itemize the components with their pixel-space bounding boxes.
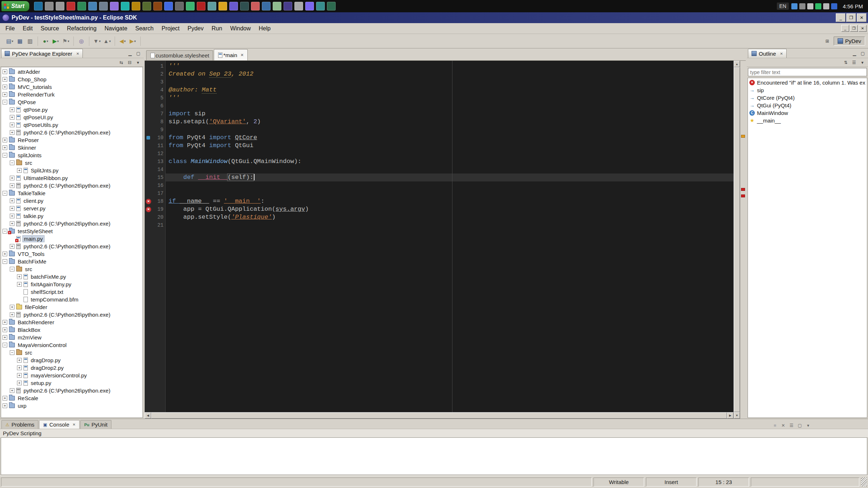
tree-item[interactable]: +python2.6 (C:\Python26\python.exe) [1, 129, 142, 136]
tree-item[interactable]: +MVC_tutorials [1, 83, 142, 91]
taskbar-app-icon[interactable] [175, 2, 184, 10]
expander-icon[interactable]: + [3, 69, 7, 74]
tray-icon[interactable] [791, 3, 797, 9]
tree-item[interactable]: −testStyleSheet [1, 227, 142, 235]
horizontal-scrollbar[interactable]: ◀ ▶ [145, 412, 733, 419]
tree-item[interactable]: +python2.6 (C:\Python26\python.exe) [1, 220, 142, 227]
expander-icon[interactable]: − [3, 153, 7, 158]
perspective-pydev-button[interactable]: PyDev [834, 37, 865, 46]
outline-item[interactable]: ✕Encountered "if" at line 16, column 1. … [748, 79, 867, 86]
expander-icon[interactable]: − [3, 229, 7, 234]
taskbar-app-icon[interactable] [132, 2, 140, 10]
outline-item[interactable]: CMainWindow [748, 109, 867, 117]
expander-icon[interactable]: + [3, 403, 7, 408]
menu-refactoring[interactable]: Refactoring [63, 24, 101, 33]
scroll-down-icon[interactable]: ▼ [734, 412, 740, 419]
menu-project[interactable]: Project [158, 24, 184, 33]
code-line[interactable]: 11from PyQt4 import QtGui [145, 142, 733, 150]
minimize-view-icon[interactable]: ▁ [126, 50, 134, 57]
start-button[interactable]: Start [1, 1, 29, 11]
debug-icon[interactable]: ●▾ [41, 37, 50, 46]
tree-item[interactable]: −QtPose [1, 98, 142, 106]
filters-icon[interactable]: ☰ [850, 59, 858, 66]
vertical-scrollbar[interactable]: ▲ ▼ [733, 61, 740, 419]
taskbar-app-icon[interactable] [164, 2, 173, 10]
expander-icon[interactable]: + [10, 176, 14, 180]
forward-icon[interactable]: ▶▾ [128, 37, 137, 46]
taskbar-app-icon[interactable] [77, 2, 86, 10]
menu-run[interactable]: Run [208, 24, 226, 33]
pin-console-icon[interactable]: ▢ [796, 422, 804, 429]
menu-window[interactable]: Window [226, 24, 255, 33]
taskbar-app-icon[interactable] [121, 2, 129, 10]
overview-mark[interactable] [741, 135, 745, 138]
expander-icon[interactable]: − [10, 267, 14, 271]
code-line[interactable]: 17 [145, 189, 733, 197]
tab-pyunit[interactable]: PuPyUnit [80, 420, 111, 429]
outline-list[interactable]: ✕Encountered "if" at line 16, column 1. … [748, 78, 867, 418]
remove-launch-icon[interactable]: ✕ [779, 422, 787, 429]
tree-item[interactable]: +dragDrop.py [1, 356, 142, 364]
menu-navigate[interactable]: Navigate [101, 24, 131, 33]
code-line[interactable]: 8sip.setapi('QVariant', 2) [145, 118, 733, 126]
expander-icon[interactable]: + [3, 145, 7, 150]
tree-item[interactable]: +talkie.py [1, 212, 142, 220]
expander-icon[interactable]: + [3, 85, 7, 89]
tree-item[interactable]: shelfScript.txt [1, 288, 142, 296]
sort-icon[interactable]: ⇅ [842, 59, 850, 66]
tree-item[interactable]: tempCommand.bfm [1, 296, 142, 303]
scroll-right-icon[interactable]: ▶ [727, 412, 733, 419]
link-with-editor-icon[interactable]: ⇆ [118, 59, 125, 66]
expander-icon[interactable]: + [10, 198, 14, 203]
expander-icon[interactable]: + [10, 214, 14, 218]
expander-icon[interactable]: + [3, 396, 7, 401]
taskbar-app-icon[interactable] [208, 2, 216, 10]
code-line[interactable]: ✕18if __name__ == '__main__': [145, 197, 733, 205]
tree-item[interactable]: +VTO_Tools [1, 250, 142, 258]
code-line[interactable]: 15 def __init__(self): [145, 174, 733, 181]
tree-item[interactable]: +RePoser [1, 136, 142, 144]
scroll-left-icon[interactable]: ◀ [145, 412, 151, 419]
expander-icon[interactable]: + [10, 183, 14, 188]
next-annotation-icon[interactable]: ▼▾ [92, 37, 102, 46]
tree-item[interactable]: −MayaVersionControl [1, 341, 142, 349]
expander-icon[interactable]: + [17, 358, 22, 363]
menu-edit[interactable]: Edit [19, 24, 37, 33]
taskbar-app-icon[interactable] [218, 2, 227, 10]
tray-icon[interactable] [799, 3, 805, 9]
save-icon[interactable]: ▦ [15, 37, 25, 46]
editor-tab-customblue-stylesheet[interactable]: customblue.stylesheet [146, 50, 213, 60]
close-button[interactable]: ✕ [859, 25, 867, 32]
code-line[interactable]: 4@author: Matt [145, 86, 733, 94]
expander-icon[interactable]: + [10, 206, 14, 211]
outline-tab[interactable]: Outline ✕ [748, 49, 787, 58]
tray-icon[interactable] [807, 3, 813, 9]
clear-console-icon[interactable]: ☰ [788, 422, 795, 429]
tree-item[interactable]: +Chop_Shop [1, 76, 142, 83]
expander-icon[interactable]: + [10, 123, 14, 127]
taskbar-app-icon[interactable] [273, 2, 281, 10]
tree-item[interactable]: −src [1, 159, 142, 167]
tree-item[interactable]: +qtPoseUI.py [1, 114, 142, 121]
expander-icon[interactable]: + [10, 221, 14, 226]
tree-item[interactable]: −TalkieTalkie [1, 189, 142, 197]
taskbar-app-icon[interactable] [186, 2, 195, 10]
minimize-view-icon[interactable]: ▁ [851, 50, 858, 57]
expander-icon[interactable]: + [10, 388, 14, 393]
tree-item[interactable]: +Skinner [1, 144, 142, 151]
code-line[interactable]: 12 [145, 150, 733, 158]
tree-item[interactable]: +qtPose.py [1, 106, 142, 114]
scrollbar-thumb[interactable] [151, 412, 727, 419]
expander-icon[interactable]: + [3, 92, 7, 97]
tree-item[interactable]: main.py [1, 235, 142, 243]
close-icon[interactable]: ✕ [241, 53, 244, 57]
language-indicator[interactable]: EN [777, 3, 789, 10]
tree-item[interactable]: +fixItAgainTony.py [1, 281, 142, 288]
code-line[interactable]: 21 [145, 221, 733, 229]
code-line[interactable]: 3 [145, 78, 733, 86]
tree-item[interactable]: +mayaVersionControl.py [1, 372, 142, 379]
tree-item[interactable]: +BlackBox [1, 326, 142, 334]
tree-item[interactable]: +m2mView [1, 334, 142, 341]
previous-annotation-icon[interactable]: ▲▾ [102, 37, 112, 46]
open-console-icon[interactable]: ▾ [804, 422, 812, 429]
